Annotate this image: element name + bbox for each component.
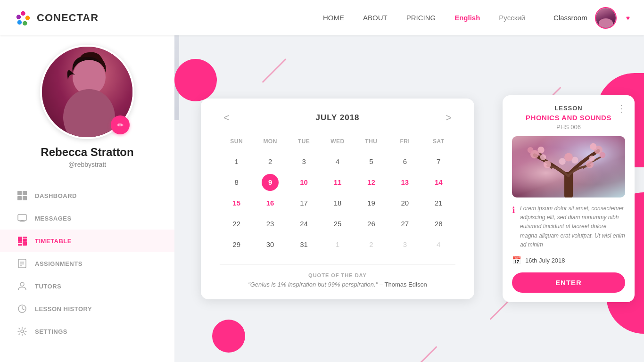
sidebar-item-tutors[interactable]: TUTORS bbox=[0, 275, 174, 297]
lesson-history-icon bbox=[17, 304, 27, 314]
cal-day-26[interactable]: 26 bbox=[365, 215, 377, 232]
svg-point-34 bbox=[559, 158, 565, 165]
calendar-week-1: 1 2 3 4 5 6 7 bbox=[220, 151, 455, 172]
svg-point-3 bbox=[17, 20, 22, 25]
cal-day-11[interactable]: 11 bbox=[332, 173, 344, 191]
svg-point-24 bbox=[21, 330, 24, 333]
messages-icon bbox=[17, 213, 27, 223]
cal-day-next-2[interactable]: 2 bbox=[367, 236, 375, 253]
svg-point-38 bbox=[589, 156, 595, 162]
cal-day-6[interactable]: 6 bbox=[401, 153, 409, 170]
cal-day-4[interactable]: 4 bbox=[334, 153, 341, 170]
svg-point-4 bbox=[17, 15, 21, 19]
cal-day-18[interactable]: 18 bbox=[332, 194, 344, 212]
lesson-more-button[interactable]: ⋮ bbox=[617, 103, 627, 114]
svg-point-37 bbox=[540, 154, 546, 160]
logo-text: CONECTAR bbox=[37, 12, 99, 24]
svg-point-0 bbox=[21, 11, 25, 16]
nav-home[interactable]: HOME bbox=[323, 14, 344, 22]
cal-day-7[interactable]: 7 bbox=[435, 153, 442, 170]
sidebar-item-settings[interactable]: SETTINGS bbox=[0, 320, 174, 343]
quote-text: "Genius is 1% inspiration but 99% perspi… bbox=[220, 281, 455, 288]
main-layout: ✏ Rebecca Stratton @rebbystratt DASHBOAR… bbox=[0, 35, 644, 362]
cal-day-30[interactable]: 30 bbox=[264, 236, 276, 253]
cal-day-19[interactable]: 19 bbox=[365, 194, 377, 212]
svg-rect-8 bbox=[23, 191, 27, 195]
day-header-sun: SUN bbox=[220, 135, 253, 148]
cal-day-17[interactable]: 17 bbox=[298, 194, 310, 212]
cal-day-1[interactable]: 1 bbox=[233, 153, 240, 170]
nav-english[interactable]: English bbox=[454, 14, 480, 22]
nav-about[interactable]: ABOUT bbox=[363, 14, 388, 22]
calendar-week-4: 22 23 24 25 26 27 28 bbox=[220, 214, 455, 234]
svg-rect-14 bbox=[23, 239, 27, 241]
sidebar-item-timetable[interactable]: TIMETABLE bbox=[0, 230, 174, 252]
calendar-next-button[interactable]: > bbox=[442, 112, 455, 124]
classroom-link[interactable]: Classroom bbox=[553, 14, 587, 22]
calendar-icon: 📅 bbox=[512, 256, 521, 265]
sidebar-nav: DASHBOARD MESSAGES TIMETABLE ASSIGNMENTS bbox=[0, 184, 174, 343]
svg-rect-9 bbox=[17, 196, 22, 200]
cal-day-12[interactable]: 12 bbox=[365, 173, 377, 191]
cal-day-29[interactable]: 29 bbox=[231, 236, 242, 253]
cal-day-14[interactable]: 14 bbox=[433, 173, 445, 191]
tree-svg bbox=[518, 142, 619, 197]
cal-day-24[interactable]: 24 bbox=[298, 215, 310, 232]
svg-rect-11 bbox=[18, 214, 26, 221]
cal-day-13[interactable]: 13 bbox=[399, 173, 411, 191]
avatar-image bbox=[596, 8, 616, 28]
lesson-date: 16th July 2018 bbox=[525, 257, 565, 264]
avatar[interactable] bbox=[595, 7, 617, 29]
cal-day-20[interactable]: 20 bbox=[399, 194, 411, 212]
calendar-prev-button[interactable]: < bbox=[220, 112, 233, 124]
header-nav: HOME ABOUT PRICING English Русский bbox=[323, 14, 525, 22]
profile-name: Rebecca Stratton bbox=[41, 146, 133, 159]
header-right: Classroom ♥ bbox=[553, 7, 630, 29]
day-header-tue: TUE bbox=[287, 135, 321, 148]
cal-day-28[interactable]: 28 bbox=[433, 215, 445, 232]
sidebar-item-assignments[interactable]: ASSIGNMENTS bbox=[0, 252, 174, 275]
svg-point-22 bbox=[20, 282, 24, 286]
cal-day-2[interactable]: 2 bbox=[266, 153, 274, 170]
calendar-days-header: SUN MON TUE WED THU FRI SAT bbox=[220, 135, 455, 148]
lesson-thumbnail bbox=[512, 136, 625, 197]
cal-day-8[interactable]: 8 bbox=[233, 173, 240, 191]
cal-day-9-today[interactable]: 9 bbox=[262, 174, 279, 191]
sidebar-item-lesson-history[interactable]: LESSON HISTORY bbox=[0, 297, 174, 320]
profile-username: @rebbystratt bbox=[68, 161, 106, 168]
cal-day-next-4[interactable]: 4 bbox=[435, 236, 442, 253]
edit-profile-button[interactable]: ✏ bbox=[111, 115, 130, 134]
cal-day-5[interactable]: 5 bbox=[367, 153, 375, 170]
enter-button[interactable]: ENTER bbox=[512, 272, 625, 293]
cal-day-15[interactable]: 15 bbox=[231, 194, 242, 212]
cal-day-next-1[interactable]: 1 bbox=[334, 236, 341, 253]
day-header-thu: THU bbox=[355, 135, 388, 148]
cal-day-25[interactable]: 25 bbox=[332, 215, 344, 232]
svg-point-27 bbox=[537, 147, 544, 153]
assignments-icon bbox=[17, 258, 27, 269]
cal-day-16[interactable]: 16 bbox=[264, 194, 276, 212]
cal-day-31[interactable]: 31 bbox=[298, 236, 310, 253]
svg-point-32 bbox=[544, 161, 551, 168]
cal-day-22[interactable]: 22 bbox=[231, 215, 242, 232]
cal-day-10[interactable]: 10 bbox=[298, 173, 310, 191]
svg-rect-10 bbox=[23, 196, 27, 200]
profile-photo-wrap: ✏ bbox=[40, 45, 134, 139]
cal-day-23[interactable]: 23 bbox=[264, 215, 276, 232]
calendar-card: < JULY 2018 > SUN MON TUE WED THU FRI SA… bbox=[201, 99, 474, 299]
sidebar-item-dashboard[interactable]: DASHBOARD bbox=[0, 184, 174, 207]
cal-day-21[interactable]: 21 bbox=[433, 194, 445, 212]
cal-day-27[interactable]: 27 bbox=[399, 215, 411, 232]
nav-pricing[interactable]: PRICING bbox=[406, 14, 436, 22]
calendar-grid: SUN MON TUE WED THU FRI SAT 1 2 3 4 5 6 … bbox=[220, 135, 455, 255]
quote-section: QUOTE OF THE DAY "Genius is 1% inspirati… bbox=[220, 264, 455, 288]
cal-day-next-3[interactable]: 3 bbox=[401, 236, 409, 253]
cal-day-3[interactable]: 3 bbox=[300, 153, 307, 170]
lesson-title: PHONICS AND SOUNDS bbox=[512, 114, 625, 122]
svg-rect-16 bbox=[18, 244, 22, 246]
calendar-header: < JULY 2018 > bbox=[220, 112, 455, 124]
sidebar-item-messages[interactable]: MESSAGES bbox=[0, 207, 174, 230]
logo[interactable]: CONECTAR bbox=[14, 9, 99, 27]
logo-icon bbox=[14, 9, 32, 27]
nav-russian[interactable]: Русский bbox=[499, 14, 525, 22]
